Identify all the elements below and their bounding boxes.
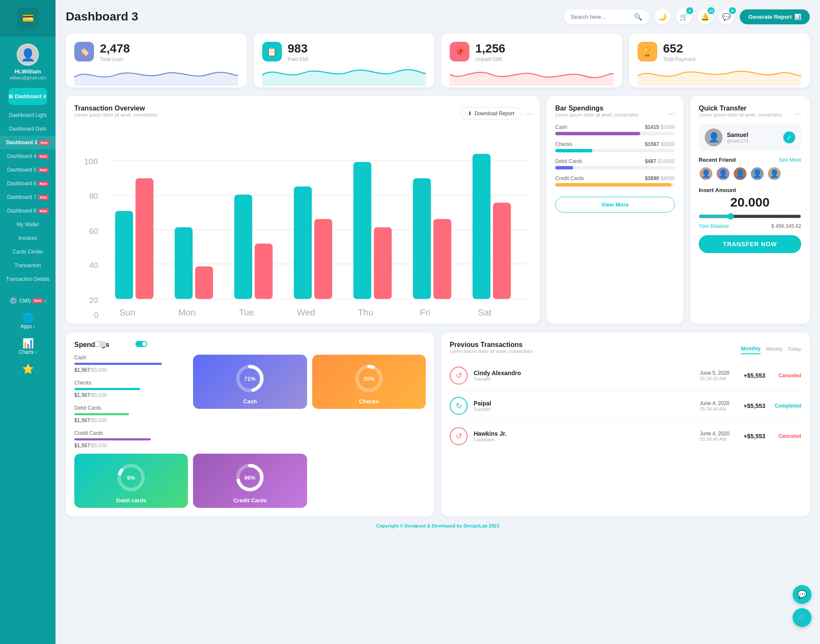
svg-text:30%: 30% [363,376,375,382]
bottom-row: Spendings Cash $1,567/$5,000 Checks $1,5… [66,332,810,516]
svg-text:96%: 96% [244,475,255,481]
svg-text:Thu: Thu [358,307,373,317]
see-more-link[interactable]: See More [779,157,801,163]
spending-item-credit: Credit Cards $1,567/$5,000 [74,430,184,449]
sidebar-item-dashboard6[interactable]: Dashboard 6 New [0,177,56,190]
transfer-now-button[interactable]: TRANSFER NOW [699,235,801,253]
transfer-user-name: Samuel [727,131,748,138]
table-row: ↻ Paipal Transfer June 4, 2020 05:34:45 … [450,391,801,421]
amount-slider[interactable] [699,213,801,220]
unpaid-emi-label: Unpaid EMI [475,56,505,62]
generate-report-button[interactable]: Generate Report 📊 [740,9,810,24]
total-loan-label: Total Loan [100,56,130,62]
bar-spendings-list: Cash $1415 $2000 Checks $1567 $5000 [555,124,675,186]
donut-checks: 30% Checks [312,355,426,409]
chat-button[interactable]: 💬 5 [718,9,735,25]
recent-friend-label: Recent Friend [699,157,736,163]
tx-icon-1: ↺ [450,367,468,385]
sidebar-favourite[interactable]: ⭐ [22,359,34,379]
stat-cards: 🏷️ 2,478 Total Loan 📋 983 Paid EMI [66,33,810,87]
badge-new: New [38,195,48,200]
sidebar-item-dashboard8[interactable]: Dashboard 8 New [0,204,56,218]
search-box: 🔍 [564,9,649,24]
svg-rect-28 [413,178,431,299]
bell-button[interactable]: 🔔 12 [697,9,713,25]
sidebar-item-transaction-details[interactable]: Transaction Details [0,272,56,286]
sidebar-charts[interactable]: 📊 Charts › [19,334,37,359]
total-payment-icon: 🏆 [638,42,657,61]
donut-credit: 96% Credit Cards [193,454,307,508]
user-email: william@gmail.com [9,76,46,80]
paid-emi-icon: 📋 [262,42,282,61]
footer: Copyright © Designed & Developed by Dexi… [66,516,810,528]
sidebar-item-dashboard3[interactable]: Dashboard 3 New [0,136,56,149]
download-report-button[interactable]: ⬇ Download Report [460,107,521,120]
sidebar-apps[interactable]: 🌐 Apps › [20,308,35,334]
svg-text:60: 60 [89,227,98,236]
header-right: 🔍 🌙 🛒 2 🔔 12 💬 5 Generate Report 📊 [564,9,810,25]
svg-text:20: 20 [89,296,98,305]
dashboard-menu-button[interactable]: ⊞ Dashboard ∨ [9,88,47,105]
debit-bar [74,413,129,415]
chat-icon: 💬 [722,13,731,21]
sidebar-item-cards-center[interactable]: Cards Center [0,245,56,259]
sidebar-item-dashboard7[interactable]: Dashboard 7 New [0,190,56,204]
stat-card-total-loan: 🏷️ 2,478 Total Loan [66,33,247,87]
tab-weekly[interactable]: Weekly [766,346,782,354]
tab-monthly[interactable]: Monthly [741,346,761,354]
header: Dashboard 3 🔍 🌙 🛒 2 🔔 12 💬 5 Gen [66,9,810,25]
transaction-overview-more-button[interactable]: ··· [525,109,531,118]
quick-transfer-subtitle: Lorem ipsum dolor sit amet, consectetur [699,112,782,117]
sidebar-item-dashboard-dark[interactable]: Dashboard Dark [0,122,56,136]
grid-icon: ⊞ [9,93,13,99]
svg-rect-22 [234,195,252,299]
main-content: Dashboard 3 🔍 🌙 🛒 2 🔔 12 💬 5 Gen [56,0,820,644]
sidebar-item-dashboard4[interactable]: Dashboard 4 New [0,149,56,163]
sidebar-logo: 💳 [0,0,56,37]
cms-badge: New [32,298,43,303]
paid-emi-wave [262,62,426,86]
friend-avatar-2: 👤 [716,166,730,181]
total-payment-number: 652 [663,42,696,55]
quick-transfer: Quick Transfer Lorem ipsum dolor sit ame… [690,96,810,324]
fab-support[interactable]: 💬 [793,585,811,604]
moon-icon: 🌙 [658,13,667,21]
download-icon: ⬇ [468,111,472,117]
fab-cart[interactable]: 🛒 [793,608,811,627]
spending-bar-cash: Cash $1415 $2000 [555,124,675,135]
bar-spendings-more-button[interactable]: ··· [668,109,675,118]
middle-row: Transaction Overview Lorem ipsum dolor s… [66,96,810,324]
username: Hi,William [15,68,41,75]
theme-toggle-button[interactable]: 🌙 [654,9,671,25]
sidebar-cms[interactable]: ⚙️ CMS New › [9,293,46,308]
friend-avatar-4: 👤 [750,166,764,181]
transaction-overview-subtitle: Lorem ipsum dolor sit amet, consectetur [74,112,158,117]
svg-rect-24 [294,186,312,299]
cart-button[interactable]: 🛒 2 [676,9,692,25]
analytics-toggle[interactable] [135,341,147,347]
loan-wave [74,62,238,86]
tab-today[interactable]: Today [788,346,801,354]
spending-bar-credit: Credit Cards $3890 $4000 [555,175,675,186]
svg-rect-27 [374,227,392,299]
sidebar-item-invoices[interactable]: Invoices [0,231,56,245]
quick-transfer-more-button[interactable]: ··· [795,109,801,118]
search-input[interactable] [571,14,630,20]
spending-item-debit: Debit Cards $1,567/$5,000 [74,405,184,423]
fab-container: 💬 🛒 [793,585,811,627]
transfer-user-handle: @sam224 [727,138,748,143]
sidebar-item-dashboard-light[interactable]: Dashboard Light [0,108,56,122]
quick-transfer-title: Quick Transfer [699,105,782,112]
unpaid-emi-icon: 📌 [450,42,469,61]
sidebar-item-transaction[interactable]: Transaction [0,259,56,272]
sidebar-item-dashboard5[interactable]: Dashboard 5 New [0,163,56,177]
loan-icon: 🏷️ [74,42,94,61]
transfer-user-card: 👤 Samuel @sam224 ✓ [699,124,801,151]
svg-text:Wed: Wed [297,307,315,317]
sidebar-item-my-wallet[interactable]: My Wallet [0,218,56,231]
number-toggle[interactable] [94,341,106,347]
svg-text:5%: 5% [127,475,135,481]
friend-avatar-1: 👤 [699,166,713,181]
view-more-button[interactable]: View More [555,197,675,213]
donut-debit-svg: 5% [114,460,148,495]
